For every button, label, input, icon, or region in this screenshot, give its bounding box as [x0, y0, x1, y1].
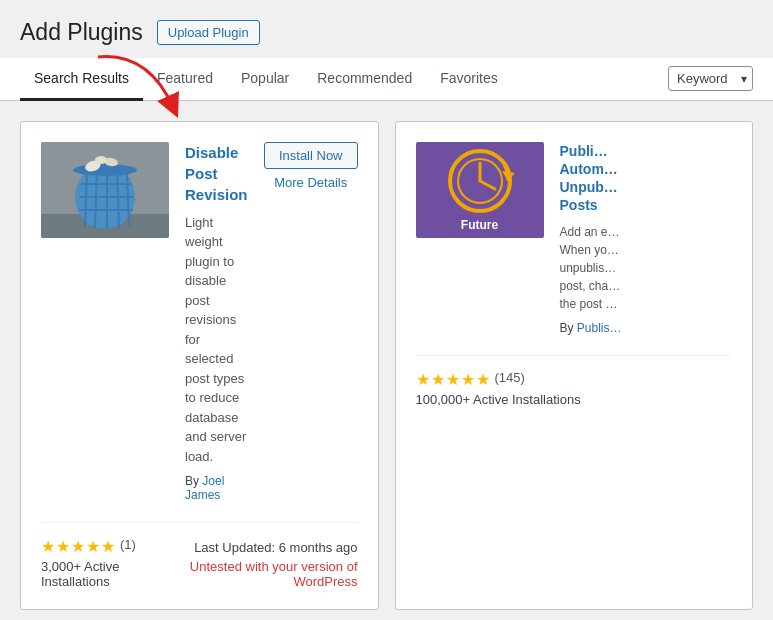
stars-section-pf: ★ ★ ★ ★ ★ (145) 100,000+ Active Installa…	[416, 370, 581, 407]
star-1: ★	[41, 537, 55, 556]
star-pf-4: ★	[461, 370, 475, 389]
svg-point-15	[95, 156, 107, 164]
plugin-card-top-publish-future: Future Publi…Autom…Unpub…Posts Add an e……	[416, 142, 733, 335]
compat-warning: Untested with your version of WordPress	[165, 559, 358, 589]
plugin-card-top: Disable Post Revision Light weight plugi…	[41, 142, 358, 503]
plugin-card-publish-future: Future Publi…Autom…Unpub…Posts Add an e……	[395, 121, 754, 611]
star-pf-5: ★	[476, 370, 490, 389]
filter-select-wrapper: Keyword Tag Author	[668, 66, 753, 91]
tabs-right: Keyword Tag Author	[668, 58, 753, 100]
star-rating-pf: ★ ★ ★ ★ ★ (145)	[416, 370, 581, 389]
upload-plugin-button[interactable]: Upload Plugin	[157, 20, 260, 45]
rating-count-pf: (145)	[495, 370, 525, 389]
plugin-grid: Disable Post Revision Light weight plugi…	[0, 101, 773, 620]
plugin-info-disable-post-revision: Disable Post Revision Light weight plugi…	[185, 142, 248, 503]
svg-line-19	[480, 181, 495, 189]
publish-future-label: Future	[416, 218, 544, 232]
plugin-card-disable-post-revision: Disable Post Revision Light weight plugi…	[20, 121, 379, 611]
plugin-thumbnail-disable-post-revision	[41, 142, 169, 238]
last-updated: Last Updated: 6 months ago	[165, 540, 358, 555]
plugin-author-publish-future: By Publis…	[560, 321, 733, 335]
page-title: Add Plugins	[20, 18, 143, 48]
page-header: Add Plugins Upload Plugin	[0, 0, 773, 58]
plugin-desc: Light weight plugin to disable post revi…	[185, 213, 248, 467]
plugin-desc-publish-future: Add an e…When yo…unpublis…post, cha…the …	[560, 223, 733, 313]
tab-favorites[interactable]: Favorites	[426, 58, 512, 101]
rating-count: (1)	[120, 537, 136, 556]
star-rating: ★ ★ ★ ★ ★ (1)	[41, 537, 165, 556]
star-pf-3: ★	[446, 370, 460, 389]
plugin-actions: Install Now More Details	[264, 142, 358, 190]
plugin-name: Disable Post Revision	[185, 142, 248, 205]
star-4: ★	[86, 537, 100, 556]
tab-popular[interactable]: Popular	[227, 58, 303, 101]
plugin-author-link-pf[interactable]: Publis…	[577, 321, 622, 335]
update-info: Last Updated: 6 months ago Untested with…	[165, 540, 358, 589]
tab-search-results[interactable]: Search Results	[20, 58, 143, 101]
active-installs-pf: 100,000+ Active Installations	[416, 392, 581, 407]
star-pf-1: ★	[416, 370, 430, 389]
star-pf-2: ★	[431, 370, 445, 389]
plugin-info-publish-future: Publi…Autom…Unpub…Posts Add an e…When yo…	[560, 142, 733, 335]
active-installs: 3,000+ Active Installations	[41, 559, 165, 589]
star-2: ★	[56, 537, 70, 556]
plugin-card-bottom-pf: ★ ★ ★ ★ ★ (145) 100,000+ Active Installa…	[416, 355, 733, 407]
svg-point-11	[73, 164, 137, 176]
svg-marker-20	[502, 171, 515, 181]
plugin-author: By Joel James	[185, 474, 248, 502]
plugin-thumbnail-publish-future: Future	[416, 142, 544, 238]
plugin-author-link[interactable]: Joel James	[185, 474, 224, 502]
star-5: ★	[101, 537, 115, 556]
plugin-name-publish-future: Publi…Autom…Unpub…Posts	[560, 142, 733, 215]
stars-section: ★ ★ ★ ★ ★ (1) 3,000+ Active Installation…	[41, 537, 165, 589]
tabs-bar: Search Results Featured Popular Recommen…	[0, 58, 773, 101]
tab-recommended[interactable]: Recommended	[303, 58, 426, 101]
keyword-filter-select[interactable]: Keyword Tag Author	[668, 66, 753, 91]
plugin-card-bottom: ★ ★ ★ ★ ★ (1) 3,000+ Active Installation…	[41, 522, 358, 589]
star-3: ★	[71, 537, 85, 556]
more-details-link-disable-post-revision[interactable]: More Details	[274, 175, 347, 190]
install-now-button-disable-post-revision[interactable]: Install Now	[264, 142, 358, 169]
tab-featured[interactable]: Featured	[143, 58, 227, 101]
